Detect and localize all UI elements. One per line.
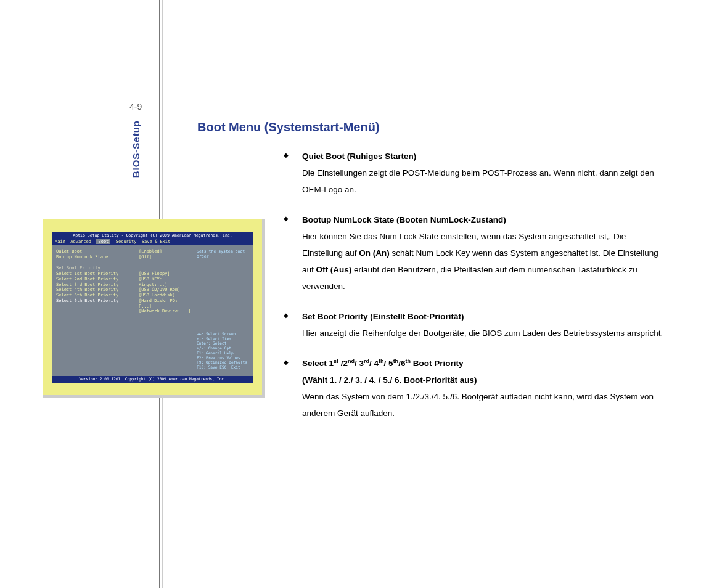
list-item: ◆ Quiet Boot (Ruhiges Starten) Die Einst… [284,148,666,198]
bios-left-column: Quiet Boot Bootup NumLock State Set Boot… [56,249,136,304]
title-part: / 3 [355,359,364,368]
bios-row: Select 3rd Boot Priority [56,282,136,288]
superscript: nd [348,358,355,364]
bios-values-column: [Enabled] [Off] [USB Floppy] [USB KEY: K… [139,249,191,314]
item-text: Die Einstellungen zeigt die POST-Meldung… [302,165,666,198]
bios-help-text: Sets the system boot order [197,249,250,259]
item-title: Quiet Boot (Ruhiges Starten) [302,148,666,165]
bios-header: Aptio Setup Utility - Copyright (C) 2009… [52,232,253,239]
list-item: ◆ Bootup NumLock State (Booten NumLock-Z… [284,211,666,295]
item-title: Set Boot Priority (Einstellt Boot-Priori… [302,308,666,325]
item-text: Wenn das System von dem 1./2./3./4. 5./6… [302,388,666,422]
bullet-icon: ◆ [284,356,289,369]
bios-right-column: Sets the system boot order →←: Select Sc… [194,249,250,372]
page-root: 4-9 BIOS-Setup Boot Menu (Systemstart-Me… [0,0,701,588]
bios-value: [USB Floppy] [139,271,191,277]
superscript: th [379,358,384,364]
list-item: ◆ Select 1st /2nd/ 3rd/ 4th/ 5th/6th Boo… [284,355,666,422]
bios-footer: Version: 2.00.1201. Copyright (C) 2009 A… [52,376,253,382]
bios-screenshot-frame: Aptio Setup Utility - Copyright (C) 2009… [43,219,265,398]
bios-value: [Enabled] [139,249,191,255]
bios-menu-item-selected: Boot [96,239,110,244]
content-body: ◆ Quiet Boot (Ruhiges Starten) Die Einst… [284,148,666,435]
bios-hint: Enter: Select [197,341,247,346]
bios-hint: F1: General Help [197,351,247,356]
item-text: Hier anzeigt die Reihenfolge der Bootger… [302,325,666,341]
item-title: Bootup NumLock State (Booten NumLock-Zus… [302,211,666,228]
bios-value-selected: [Network Device:...] [139,309,191,314]
bios-row-selected: Select 6th Boot Priority [56,298,136,304]
bold-text: On (An) [359,248,390,258]
bios-row: Select 2nd Boot Priority [56,277,136,282]
bios-hint: F2: Previous Values [197,356,247,361]
bios-value: [USB Harddisk] [139,293,191,298]
bios-row: Select 5th Boot Priority [56,293,136,298]
item-text: Hier können Sie das Num Lock State einst… [302,228,666,295]
bullet-icon: ◆ [284,149,289,161]
bios-value: [Off] [139,255,191,260]
bold-text: Off (Aus) [316,265,352,274]
superscript: th [393,358,399,364]
superscript: rd [364,358,369,364]
page-number: 4-9 [129,102,142,112]
bios-value: [USB CD/DVD Rom] [139,287,191,293]
bios-body: Quiet Boot Bootup NumLock State Set Boot… [52,245,253,376]
bios-hint: +/-: Change Opt. [197,346,247,351]
bios-hint: →←: Select Screen [197,332,247,337]
title-part: / 4 [369,359,379,368]
bios-row: Set Boot Priority [56,266,136,271]
bullet-icon: ◆ [284,213,289,225]
bios-hints: →←: Select Screen ↑↓: Select Item Enter:… [197,332,247,370]
bios-screen: Aptio Setup Utility - Copyright (C) 2009… [52,232,253,383]
list-item: ◆ Set Boot Priority (Einstellt Boot-Prio… [284,308,666,341]
title-part: / 5 [384,359,393,368]
bios-row: Select 1st Boot Priority [56,271,136,277]
title-part: /6 [398,359,405,368]
bios-value: [Hard Disk: PO: P...] [139,298,191,309]
bios-hint: F10: Save ESC: Exit [197,365,247,370]
bios-menu-item: Security [116,239,137,244]
bios-menu-item: Advanced [70,239,91,244]
section-label-vertical: BIOS-Setup [131,120,141,178]
bios-row: Quiet Boot [56,249,136,255]
bullet-icon: ◆ [284,309,289,322]
superscript: st [334,358,338,364]
bios-menu-bar: Main Advanced Boot Security Save & Exit [52,239,253,245]
bios-row: Select 4th Boot Priority [56,287,136,293]
item-title: Select 1st /2nd/ 3rd/ 4th/ 5th/6th Boot … [302,355,666,372]
title-part: Boot Priority [411,359,464,368]
title-part: Select 1 [302,359,334,368]
title-part: /2 [338,359,348,368]
page-title: Boot Menu (Systemstart-Menü) [197,120,380,134]
superscript: th [405,358,411,364]
bios-row: Bootup NumLock State [56,255,136,260]
bios-hint: F9: Optimized Defaults [197,360,247,365]
bios-menu-item: Save & Exit [142,239,170,244]
bios-menu-item: Main [55,239,65,244]
bios-value: [USB KEY: Kingst:...] [139,277,191,288]
bios-hint: ↑↓: Select Item [197,337,247,341]
text-span: erlaubt den Benutzern, die Pfeiltasten a… [302,265,637,291]
item-subtitle: (Wählt 1. / 2./ 3. / 4. / 5./ 6. Boot-Pr… [302,372,666,388]
